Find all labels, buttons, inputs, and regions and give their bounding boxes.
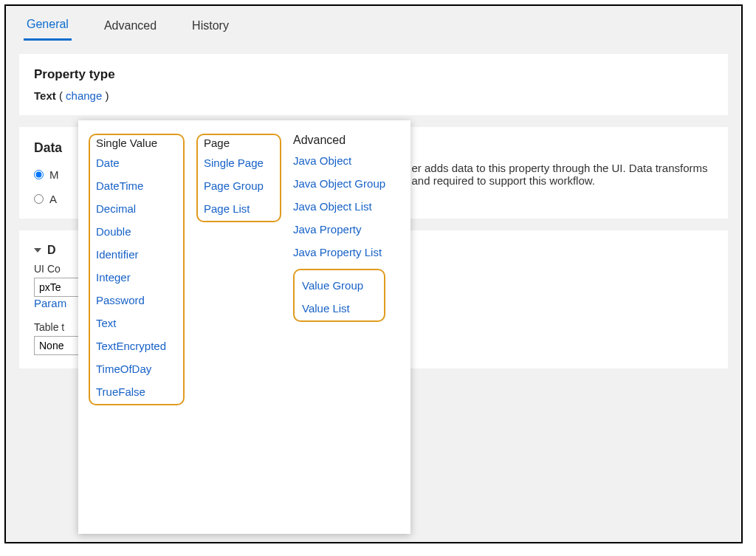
- single-value-heading: Single Value: [96, 137, 177, 149]
- type-java-object-group[interactable]: Java Object Group: [293, 177, 385, 190]
- type-java-property[interactable]: Java Property: [293, 223, 362, 236]
- type-textencrypted[interactable]: TextEncrypted: [96, 340, 166, 352]
- radio-auto-label: A: [49, 193, 57, 205]
- type-value-group[interactable]: Value Group: [302, 279, 363, 292]
- type-group-value-modes: Value Group Value List: [293, 269, 385, 322]
- type-java-object-list[interactable]: Java Object List: [293, 200, 372, 213]
- property-type-row: Text ( change ): [34, 89, 713, 102]
- type-double[interactable]: Double: [96, 225, 131, 238]
- type-single-page[interactable]: Single Page: [204, 157, 264, 169]
- radio-auto[interactable]: [34, 194, 44, 204]
- change-type-link[interactable]: change: [66, 89, 102, 102]
- tab-bar: General Advanced History: [6, 6, 741, 41]
- page-heading: Page: [204, 137, 274, 149]
- property-type-popup: Single Value Date DateTime Decimal Doubl…: [78, 120, 410, 534]
- parameters-link[interactable]: Param: [34, 297, 66, 309]
- advanced-heading: Advanced: [293, 134, 400, 147]
- display-header-text: D: [47, 244, 56, 257]
- type-date[interactable]: Date: [96, 157, 120, 169]
- type-group-advanced: Advanced Java Object Java Object Group J…: [293, 134, 400, 322]
- type-truefalse[interactable]: TrueFalse: [96, 385, 145, 398]
- property-type-value: Text: [34, 89, 56, 102]
- type-group-page: Page Single Page Page Group Page List: [196, 134, 281, 222]
- window-frame: General Advanced History Property type T…: [4, 4, 743, 543]
- type-page-list[interactable]: Page List: [204, 202, 250, 215]
- type-password[interactable]: Password: [96, 294, 145, 306]
- type-identifier[interactable]: Identifier: [96, 248, 139, 261]
- chevron-down-icon: [34, 248, 41, 253]
- type-text[interactable]: Text: [96, 317, 117, 329]
- open-paren: (: [59, 89, 66, 102]
- property-type-heading: Property type: [34, 67, 713, 82]
- type-group-page-wrapper: Page Single Page Page Group Page List: [196, 134, 281, 222]
- type-decimal[interactable]: Decimal: [96, 202, 136, 215]
- close-paren: ): [102, 89, 109, 102]
- type-value-list[interactable]: Value List: [302, 302, 350, 315]
- data-access-description: er adds data to this property through th…: [412, 162, 714, 187]
- type-page-group[interactable]: Page Group: [204, 179, 264, 192]
- type-datetime[interactable]: DateTime: [96, 179, 143, 192]
- tab-general[interactable]: General: [24, 13, 72, 41]
- tab-advanced[interactable]: Advanced: [101, 15, 159, 40]
- type-group-single-value: Single Value Date DateTime Decimal Doubl…: [89, 134, 185, 405]
- type-integer[interactable]: Integer: [96, 271, 131, 284]
- type-java-object[interactable]: Java Object: [293, 154, 351, 167]
- tab-history[interactable]: History: [189, 15, 232, 40]
- type-timeofday[interactable]: TimeOfDay: [96, 363, 151, 375]
- radio-manual-label: M: [49, 168, 59, 181]
- radio-manual[interactable]: [34, 170, 44, 179]
- type-java-property-list[interactable]: Java Property List: [293, 246, 382, 258]
- property-type-panel: Property type Text ( change ): [19, 54, 728, 115]
